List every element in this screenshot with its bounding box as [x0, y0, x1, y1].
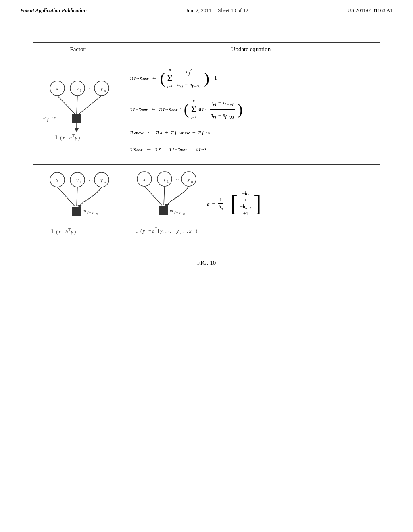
svg-text:n: n	[96, 212, 98, 216]
svg-rect-63	[159, 206, 168, 215]
equation-2: τ f→x new ← π f→x new · ( n Σ j=1	[130, 97, 371, 122]
svg-line-60	[144, 186, 162, 205]
table-header-row: Factor Update equation	[33, 43, 380, 56]
svg-text:T: T	[68, 227, 71, 232]
svg-text:): )	[78, 135, 80, 141]
svg-text:y: y	[100, 177, 103, 183]
svg-text:x: x	[62, 135, 65, 141]
table-row-2: x y 1 · · y n	[33, 164, 380, 243]
svg-text:· ·: · ·	[89, 177, 93, 183]
svg-text:y: y	[75, 135, 77, 141]
header-date-sheet: Jun. 2, 2011 Sheet 10 of 12	[186, 7, 248, 14]
svg-text:f: f	[47, 118, 49, 122]
row2-right-formula: a = 1 bn · [ −b1 ⋮ −bn−1	[207, 191, 261, 217]
svg-marker-14	[75, 128, 79, 132]
svg-rect-12	[72, 114, 81, 123]
svg-text:f→y: f→y	[87, 210, 94, 214]
col-update-header: Update equation	[122, 43, 380, 56]
row2-content: x y 1 · · y n	[122, 165, 380, 243]
svg-text:n: n	[191, 179, 193, 183]
svg-text:f→y: f→y	[174, 210, 181, 214]
svg-text:x: x	[56, 85, 59, 91]
factor-diagram-2b: x y 1 · · y n	[128, 169, 203, 237]
svg-line-37	[77, 187, 77, 206]
factor-cell-2: x y 1 · · y n	[33, 164, 122, 243]
svg-text:1: 1	[163, 231, 165, 235]
svg-text:=: =	[148, 228, 151, 234]
equation-table: Factor Update equation x y 1 · ·	[33, 42, 380, 243]
svg-text:=: =	[66, 135, 69, 141]
svg-text:,···,: ,···,	[165, 229, 171, 233]
svg-text:,: ,	[187, 229, 188, 233]
svg-text:y: y	[160, 228, 163, 234]
svg-text:m: m	[170, 208, 173, 213]
svg-text:y: y	[76, 177, 79, 183]
header-patent-number: US 2011/0131163 A1	[348, 7, 393, 14]
svg-line-61	[164, 186, 165, 205]
svg-text:m: m	[43, 115, 47, 121]
update-cell-1: π f→x new ← ( n Σ j=1	[122, 56, 380, 165]
svg-text:x: x	[56, 177, 59, 183]
svg-text:n-1: n-1	[180, 231, 185, 235]
svg-line-9	[57, 96, 75, 114]
svg-text:· ·: · ·	[89, 85, 93, 91]
svg-text:a: a	[69, 135, 72, 141]
svg-text:x: x	[58, 229, 61, 235]
factor-cell-1: x y 1 · · y n	[33, 56, 122, 165]
svg-text:x: x	[143, 176, 146, 182]
main-content: Factor Update equation x y 1 · ·	[0, 18, 413, 283]
svg-text:(: (	[56, 229, 58, 235]
svg-line-36	[57, 187, 75, 206]
svg-text:(: (	[60, 135, 62, 141]
svg-text:x: x	[53, 115, 56, 121]
svg-text:y: y	[163, 177, 166, 182]
svg-text:): )	[196, 228, 197, 234]
svg-text:y: y	[187, 177, 190, 182]
figure-caption: FIG. 10	[24, 260, 389, 266]
svg-text:n: n	[104, 180, 106, 184]
svg-line-11	[79, 96, 102, 114]
svg-text:T: T	[72, 133, 75, 138]
equation-4: τ x new ← τ x + τ f→x new − τ f→x	[130, 143, 371, 156]
col-factor-header: Factor	[33, 43, 122, 56]
equation-1: π f→x new ← ( n Σ j=1	[130, 65, 371, 91]
svg-text:y: y	[76, 86, 79, 91]
svg-text:n: n	[104, 89, 106, 93]
header-date: Jun. 2, 2011	[186, 7, 211, 13]
factor-diagram-2: x y 1 · · y n	[39, 170, 116, 238]
svg-text:y: y	[100, 86, 103, 91]
figure-caption-text: FIG. 10	[197, 260, 216, 266]
svg-text:n: n	[146, 231, 148, 235]
svg-text:1: 1	[80, 89, 82, 93]
table-row-1: x y 1 · · y n	[33, 56, 380, 165]
page-header: Patent Application Publication Jun. 2, 2…	[0, 0, 413, 18]
svg-rect-39	[72, 207, 81, 216]
svg-text:]: ]	[193, 228, 194, 234]
svg-text:x: x	[189, 228, 192, 234]
svg-text:a: a	[152, 228, 154, 234]
row2-left-diagram: x y 1 · · y n	[128, 169, 203, 239]
svg-text:=: =	[62, 229, 65, 235]
svg-text:1: 1	[80, 180, 82, 184]
svg-text:b: b	[65, 229, 68, 235]
svg-text:(: (	[140, 228, 142, 234]
svg-text:): )	[74, 229, 76, 235]
factor-diagram-1: x y 1 · · y n	[39, 78, 116, 143]
svg-text:T: T	[155, 227, 157, 231]
svg-text:y: y	[142, 228, 145, 234]
svg-text:𝕀: 𝕀	[51, 229, 53, 235]
header-publication: Patent Application Publication	[20, 7, 87, 14]
svg-text:y: y	[176, 228, 179, 234]
svg-text:𝕀: 𝕀	[55, 135, 57, 141]
update-cell-2: x y 1 · · y n	[122, 164, 380, 243]
svg-text:m: m	[83, 208, 86, 213]
svg-text:· ·: · ·	[175, 176, 179, 182]
equation-3: π x new ← π x + π f→x new − π f→x	[130, 127, 371, 139]
svg-text:𝕀: 𝕀	[136, 228, 138, 234]
svg-text:[: [	[158, 228, 159, 234]
svg-text:y: y	[71, 229, 73, 235]
svg-line-10	[77, 96, 77, 114]
svg-text:n: n	[183, 212, 185, 216]
svg-text:1: 1	[167, 179, 169, 183]
header-sheet: Sheet 10 of 12	[218, 7, 248, 13]
